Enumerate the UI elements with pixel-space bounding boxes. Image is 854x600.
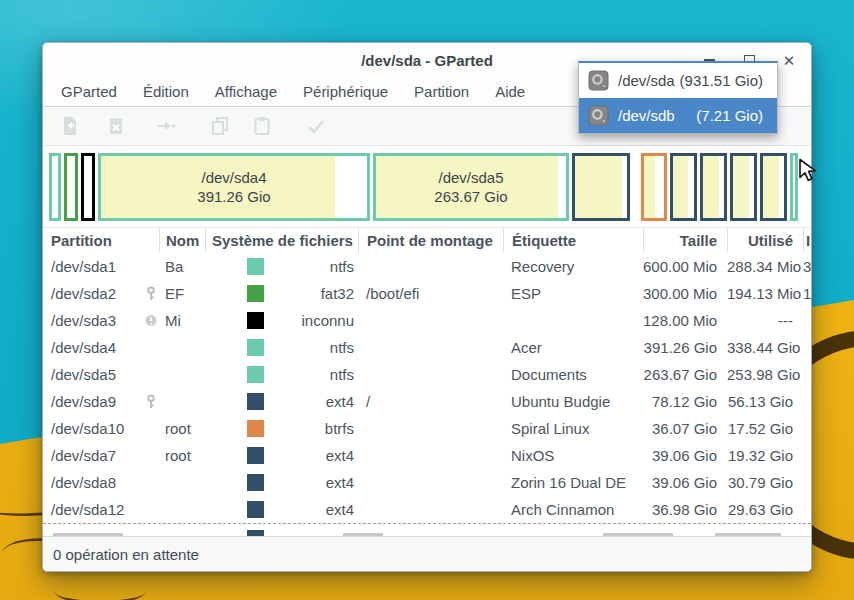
copy-icon xyxy=(209,123,231,140)
disk-segment[interactable] xyxy=(64,153,78,221)
cell-partition: /dev/sda12 xyxy=(51,501,159,518)
table-row-dev-sda3[interactable]: /dev/sda3Miinconnu128.00 Mio--- xyxy=(43,307,811,334)
delete-partition-button[interactable] xyxy=(105,115,127,137)
cell-partition-wrap: /dev/sda7 xyxy=(43,447,159,464)
apply-button[interactable] xyxy=(305,115,327,137)
menu-item-aide[interactable]: Aide xyxy=(485,80,535,103)
disk-segment[interactable] xyxy=(760,153,787,221)
filesystem-name: ntfs xyxy=(264,339,358,356)
cell-nom: Mi xyxy=(159,312,205,329)
resize-move-button[interactable] xyxy=(155,115,177,137)
paste-button[interactable] xyxy=(251,115,273,137)
cell-partition: /dev/sda5 xyxy=(51,366,159,383)
new-partition-button[interactable] xyxy=(59,115,81,137)
menu-item-gparted[interactable]: GParted xyxy=(51,80,127,103)
cell-unused: 1 xyxy=(803,285,811,302)
menu-item-edition[interactable]: Édition xyxy=(133,80,199,103)
cell-partition-wrap: /dev/sda4 xyxy=(43,339,159,356)
filesystem-name: ntfs xyxy=(264,366,358,383)
disk-graphic-bar: /dev/sda4391.26 Gio/dev/sda5263.67 Gio xyxy=(43,146,811,228)
cell-label: Recovery xyxy=(503,258,643,275)
filesystem-name: ext4 xyxy=(264,447,358,464)
table-row-dev-sda9[interactable]: /dev/sda9ext4/Ubuntu Budgie78.12 Gio56.1… xyxy=(43,388,811,415)
disk-segment-dev-sda5[interactable]: /dev/sda5263.67 Gio xyxy=(373,153,569,221)
partially-visible-row[interactable] xyxy=(43,523,811,536)
device-dropdown-menu: /dev/sda(931.51 Gio)/dev/sdb(7.21 Gio) xyxy=(578,61,778,134)
cell-filesystem: ext4 xyxy=(205,474,358,491)
wallpaper-string-line xyxy=(55,580,145,600)
table-row-dev-sda2[interactable]: /dev/sda2EFfat32/boot/efiESP300.00 Mio19… xyxy=(43,280,811,307)
cell-partition: /dev/sda10 xyxy=(51,420,159,437)
disk-segment[interactable] xyxy=(49,153,61,221)
cell-filesystem: fat32 xyxy=(205,285,358,302)
cell-mount-point: / xyxy=(358,393,503,410)
column-header-point-de-montage[interactable]: Point de montage xyxy=(358,228,503,253)
cell-used: --- xyxy=(727,312,803,329)
column-header-utilise[interactable]: Utilisé xyxy=(727,228,803,253)
clipped-text xyxy=(53,533,123,536)
table-row-dev-sda10[interactable]: /dev/sda10rootbtrfsSpiral Linux36.07 Gio… xyxy=(43,415,811,442)
menu-item-affichage[interactable]: Affichage xyxy=(205,80,287,103)
close-button[interactable]: ✕ xyxy=(781,52,797,68)
filesystem-name: ext4 xyxy=(264,474,358,491)
table-row-dev-sda1[interactable]: /dev/sda1BantfsRecovery600.00 Mio288.34 … xyxy=(43,253,811,280)
column-header-inutilise[interactable]: Inutilisé xyxy=(803,228,811,253)
table-row-dev-sda7[interactable]: /dev/sda7rootext4NixOS39.06 Gio19.32 Gio xyxy=(43,442,811,469)
cell-nom: EF xyxy=(159,285,205,302)
mounted-key-icon xyxy=(145,286,157,300)
close-icon: ✕ xyxy=(783,53,796,68)
cell-used: 56.13 Gio xyxy=(727,393,803,410)
column-header-etiquette[interactable]: Étiquette xyxy=(503,228,643,253)
menu-item-partition[interactable]: Partition xyxy=(404,80,479,103)
cell-size: 263.67 Gio xyxy=(643,366,727,383)
filesystem-color-swatch xyxy=(247,420,264,437)
cell-size: 39.06 Gio xyxy=(643,474,727,491)
cell-used: 29.63 Gio xyxy=(727,501,803,518)
disk-segment[interactable] xyxy=(641,153,667,221)
segment-device-label: /dev/sda5 xyxy=(376,168,566,187)
cell-partition-wrap: /dev/sda8 xyxy=(43,474,159,491)
trash-icon xyxy=(105,123,127,140)
filesystem-name: ntfs xyxy=(264,258,358,275)
column-header-partition[interactable]: Partition xyxy=(43,228,159,253)
menu-item-peripherique[interactable]: Périphérique xyxy=(293,80,398,103)
column-header-taille[interactable]: Taille xyxy=(643,228,727,253)
device-option-dev-sda[interactable]: /dev/sda(931.51 Gio) xyxy=(579,63,777,98)
device-option-dev-sdb[interactable]: /dev/sdb(7.21 Gio) xyxy=(579,98,777,133)
filesystem-name: ext4 xyxy=(264,393,358,410)
cell-label: Arch Cinnamon xyxy=(503,501,643,518)
cell-partition: /dev/sda4 xyxy=(51,339,159,356)
cell-label: ESP xyxy=(503,285,643,302)
warning-icon xyxy=(145,313,157,327)
table-row-dev-sda5[interactable]: /dev/sda5ntfsDocuments263.67 Gio253.98 G… xyxy=(43,361,811,388)
cell-partition: /dev/sda9 xyxy=(51,393,145,410)
cell-used: 338.44 Gio xyxy=(727,339,803,356)
cell-size: 600.00 Mio xyxy=(643,258,727,275)
table-row-dev-sda4[interactable]: /dev/sda4ntfsAcer391.26 Gio338.44 Gio xyxy=(43,334,811,361)
disk-segment[interactable] xyxy=(670,153,697,221)
clipboard-icon xyxy=(251,123,273,140)
cell-used: 288.34 Mio xyxy=(727,258,803,275)
cell-size: 128.00 Mio xyxy=(643,312,727,329)
filesystem-name: ext4 xyxy=(264,501,358,518)
table-row-dev-sda12[interactable]: /dev/sda12ext4Arch Cinnamon36.98 Gio29.6… xyxy=(43,496,811,523)
column-header-systeme-de-fichiers[interactable]: Système de fichiers xyxy=(205,228,358,253)
cell-unused: 3 xyxy=(803,258,811,275)
mounted-key-icon xyxy=(145,394,157,408)
column-header-nom[interactable]: Nom xyxy=(159,228,205,253)
disk-segment[interactable] xyxy=(81,153,95,221)
filesystem-color-swatch xyxy=(247,530,264,536)
disk-segment[interactable] xyxy=(572,153,630,221)
cell-label: Acer xyxy=(503,339,643,356)
disk-segment-dev-sda4[interactable]: /dev/sda4391.26 Gio xyxy=(98,153,370,221)
table-row-dev-sda8[interactable]: /dev/sda8ext4Zorin 16 Dual DE39.06 Gio30… xyxy=(43,469,811,496)
disk-segment[interactable] xyxy=(700,153,727,221)
filesystem-name: inconnu xyxy=(264,312,358,329)
copy-button[interactable] xyxy=(209,115,231,137)
cell-partition-wrap: /dev/sda12 xyxy=(43,501,159,518)
cell-partition-wrap: /dev/sda3 xyxy=(43,312,159,329)
cell-partition-wrap: /dev/sda10 xyxy=(43,420,159,437)
disk-segment[interactable] xyxy=(730,153,757,221)
cell-size: 300.00 Mio xyxy=(643,285,727,302)
filesystem-color-swatch xyxy=(247,366,264,383)
